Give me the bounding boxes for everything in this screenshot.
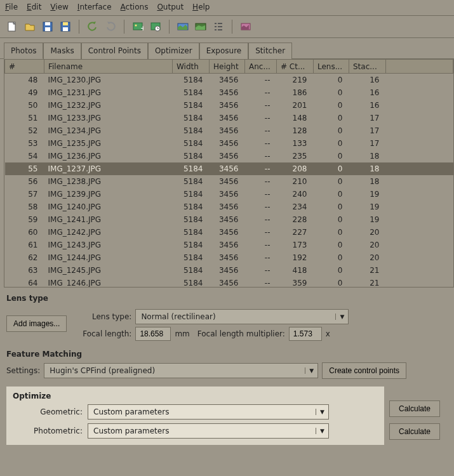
lower-panel: Lens type Add images... Lens type: Norma… [0, 288, 454, 451]
table-row[interactable]: 49IMG_1231.JPG51843456--186016 [5, 86, 453, 99]
table-row[interactable]: 55IMG_1237.JPG51843456--208018 [5, 162, 453, 175]
col-anchor[interactable]: Anc... [245, 60, 277, 74]
menu-interface[interactable]: Interface [77, 3, 112, 11]
svg-rect-6 [63, 27, 68, 31]
toolbar-separator [232, 20, 232, 34]
table-row[interactable]: 63IMG_1245.JPG51843456--418021 [5, 264, 453, 277]
save-project-icon[interactable] [41, 20, 55, 34]
menubar: File Edit View Interface Actions Output … [0, 0, 454, 16]
table-row[interactable]: 50IMG_1232.JPG51843456--201016 [5, 99, 453, 112]
table-row[interactable]: 64IMG_1246.JPG51843456--359021 [5, 277, 453, 288]
svg-rect-17 [218, 23, 222, 24]
chevron-down-icon: ▼ [335, 314, 348, 320]
feature-matching-title: Feature Matching [6, 350, 448, 359]
photometric-select[interactable]: Custom parameters ▼ [88, 423, 329, 439]
toolbar-separator [79, 20, 79, 34]
focal-length-label: Focal length: [77, 329, 131, 338]
table-row[interactable]: 51IMG_1233.JPG51843456--148017 [5, 112, 453, 124]
svg-point-8 [135, 25, 137, 27]
table-row[interactable]: 54IMG_1236.JPG51843456--235018 [5, 150, 453, 162]
gl-preview-icon[interactable] [194, 20, 208, 34]
col-width[interactable]: Width [173, 60, 210, 74]
photometric-label: Photometric: [13, 426, 83, 435]
tabbar: Photos Masks Control Points Optimizer Ex… [0, 38, 454, 58]
menu-edit[interactable]: Edit [27, 3, 41, 11]
add-image-icon[interactable]: + [131, 20, 145, 34]
col-filename[interactable]: Filename [44, 60, 173, 74]
svg-rect-18 [218, 26, 222, 27]
add-images-button[interactable]: Add images... [6, 315, 67, 332]
panorama-preview-icon[interactable] [176, 20, 190, 34]
focal-mult-unit: x [326, 329, 330, 338]
lens-section-title: Lens type [6, 294, 448, 303]
svg-rect-15 [215, 26, 217, 27]
table-row[interactable]: 48IMG_1230.JPG51843456--219016 [5, 74, 453, 86]
tab-photos[interactable]: Photos [4, 43, 43, 59]
menu-view[interactable]: View [50, 3, 68, 11]
col-ctrl[interactable]: # Ct... [277, 60, 314, 74]
show-cp-icon[interactable] [211, 20, 225, 34]
table-row[interactable]: 53IMG_1235.JPG51843456--133017 [5, 137, 453, 150]
table-row[interactable]: 62IMG_1244.JPG51843456--192020 [5, 251, 453, 264]
svg-rect-5 [63, 22, 68, 25]
menu-actions[interactable]: Actions [121, 3, 149, 11]
menu-output[interactable]: Output [157, 3, 184, 11]
svg-rect-16 [215, 29, 217, 30]
save-as-icon[interactable] [58, 20, 72, 34]
svg-text:+: + [140, 25, 144, 32]
col-spacer [386, 60, 453, 74]
add-images-time-icon[interactable] [149, 20, 163, 34]
table-header-row: # Filename Width Height Anc... # Ct... L… [5, 60, 453, 74]
svg-rect-2 [45, 22, 50, 25]
tab-exposure[interactable]: Exposure [199, 43, 249, 59]
create-control-points-button[interactable]: Create control points [322, 362, 406, 379]
chevron-down-icon: ▼ [316, 409, 328, 415]
svg-rect-19 [218, 29, 222, 30]
calculate-geometric-button[interactable]: Calculate [389, 400, 440, 417]
optimize-panel: Optimize Geometric: Custom parameters ▼ … [6, 387, 384, 445]
table-row[interactable]: 60IMG_1242.JPG51843456--227020 [5, 226, 453, 239]
fm-settings-label: Settings: [6, 366, 40, 375]
calculate-photometric-button[interactable]: Calculate [389, 423, 440, 440]
menu-file[interactable]: File [5, 3, 18, 11]
focal-mult-input[interactable] [289, 327, 322, 341]
redo-icon[interactable] [103, 20, 117, 34]
lens-type-label: Lens type: [77, 312, 131, 321]
stitch-icon[interactable] [239, 20, 253, 34]
tab-control-points[interactable]: Control Points [81, 43, 148, 59]
col-lens[interactable]: Lens... [314, 60, 349, 74]
new-project-icon[interactable] [5, 20, 19, 34]
svg-rect-14 [215, 23, 217, 24]
focal-mult-label: Focal length multiplier: [197, 329, 285, 338]
undo-icon[interactable] [86, 20, 100, 34]
col-height[interactable]: Height [210, 60, 245, 74]
table-row[interactable]: 57IMG_1239.JPG51843456--240019 [5, 188, 453, 201]
open-project-icon[interactable] [23, 20, 37, 34]
tab-masks[interactable]: Masks [43, 43, 81, 59]
toolbar-separator [169, 20, 170, 34]
table-row[interactable]: 59IMG_1241.JPG51843456--228019 [5, 213, 453, 226]
menu-help[interactable]: Help [192, 3, 210, 11]
optimize-title: Optimize [13, 392, 378, 400]
tab-stitcher[interactable]: Stitcher [248, 43, 292, 59]
focal-length-input[interactable] [135, 327, 171, 341]
table-row[interactable]: 58IMG_1240.JPG51843456--234019 [5, 201, 453, 213]
lens-type-select[interactable]: Normal (rectilinear) ▼ [135, 309, 349, 324]
geometric-select[interactable]: Custom parameters ▼ [88, 404, 329, 420]
col-number[interactable]: # [5, 60, 44, 74]
focal-length-unit: mm [175, 329, 189, 338]
col-stack[interactable]: Stac... [349, 60, 386, 74]
toolbar-separator [124, 20, 124, 34]
toolbar: + [0, 16, 454, 38]
fm-settings-select[interactable]: Hugin's CPFind (prealigned) ▼ [44, 363, 318, 378]
table-row[interactable]: 52IMG_1234.JPG51843456--128017 [5, 124, 453, 137]
table-row[interactable]: 61IMG_1243.JPG51843456--173020 [5, 239, 453, 251]
chevron-down-icon: ▼ [305, 367, 317, 374]
chevron-down-icon: ▼ [316, 428, 328, 434]
svg-rect-3 [45, 27, 50, 31]
tab-optimizer[interactable]: Optimizer [148, 43, 199, 59]
photos-table[interactable]: # Filename Width Height Anc... # Ct... L… [4, 59, 454, 288]
geometric-label: Geometric: [13, 407, 83, 416]
table-row[interactable]: 56IMG_1238.JPG51843456--210018 [5, 175, 453, 188]
